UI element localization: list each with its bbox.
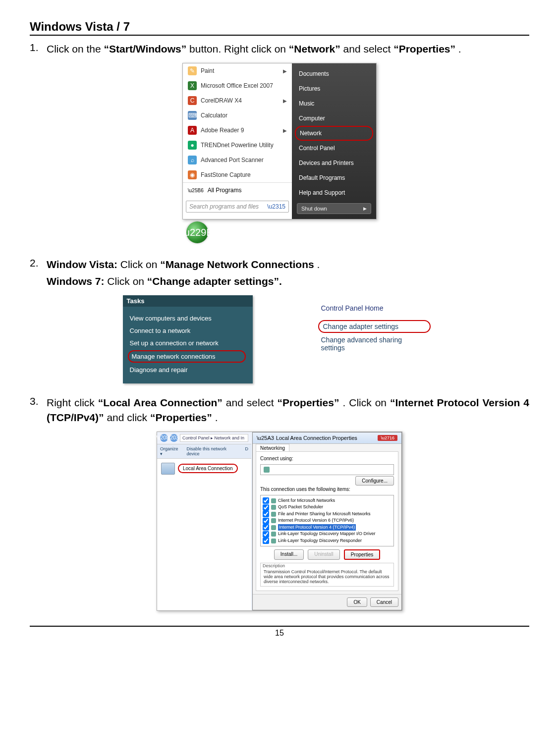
all-programs-label: All Programs: [208, 187, 242, 194]
item-label: Internet Protocol Version 4 (TCP/IPv4): [278, 524, 356, 531]
start-right-item[interactable]: Music: [292, 96, 376, 111]
item-label: QoS Packet Scheduler: [278, 504, 323, 511]
step-3-text-b: and select: [226, 397, 278, 408]
start-menu-item[interactable]: X Microsoft Office Excel 2007: [183, 78, 292, 93]
connection-item-row[interactable]: Internet Protocol Version 4 (TCP/IPv4): [263, 524, 391, 531]
cp-link[interactable]: Change advanced sharing settings: [321, 334, 428, 354]
item-label: Client for Microsoft Networks: [278, 497, 335, 504]
start-right-item[interactable]: Network: [295, 126, 373, 141]
start-menu-item[interactable]: ⌨ Calculator: [183, 108, 292, 123]
win7-cp-panel: Control Panel Home Change adapter settin…: [312, 295, 437, 383]
nav-fwd-icon[interactable]: \u203A: [170, 434, 178, 442]
item-label: File and Printer Sharing for Microsoft N…: [278, 511, 371, 518]
start-right-item[interactable]: Help and Support: [292, 185, 376, 200]
search-placeholder: Search programs and files: [189, 203, 259, 210]
step-3-text-e: .: [215, 412, 218, 423]
ok-button[interactable]: OK: [347, 597, 367, 607]
connection-item-row[interactable]: Internet Protocol Version 6 (TCP/IPv6): [263, 517, 391, 524]
start-right-item[interactable]: Devices and Printers: [292, 156, 376, 170]
step-2: 2. Window Vista: Click on “Manage Networ…: [30, 257, 529, 288]
item-checkbox[interactable]: [263, 497, 269, 504]
shutdown-button[interactable]: Shut down▶: [297, 203, 371, 214]
properties-button[interactable]: Properties: [344, 549, 381, 560]
start-right-item[interactable]: Default Programs: [292, 170, 376, 185]
adapter-field: [260, 464, 394, 475]
windows-logo-icon: \u229E: [181, 227, 213, 238]
app-label: Paint: [201, 67, 214, 74]
step-2-win7-label: Windows 7:: [47, 275, 104, 287]
component-icon: [271, 505, 276, 510]
tasks-item[interactable]: View computers and devices: [130, 312, 244, 324]
connection-item-row[interactable]: Link-Layer Topology Discovery Responder: [263, 538, 391, 544]
step-2-number: 2.: [30, 257, 47, 288]
item-checkbox[interactable]: [263, 531, 269, 538]
organize-menu[interactable]: Organize ▾: [160, 446, 182, 456]
tasks-item[interactable]: Diagnose and repair: [130, 364, 244, 376]
start-menu-item[interactable]: ⌕ Advanced Port Scanner: [183, 153, 292, 167]
windows-orb-icon[interactable]: \u229E: [186, 221, 208, 243]
start-menu-item[interactable]: ✎ Paint ▶: [183, 63, 292, 78]
all-programs[interactable]: \u25B6 All Programs: [183, 182, 292, 198]
start-menu-item[interactable]: ● TRENDnet Powerline Utility: [183, 138, 292, 153]
item-checkbox[interactable]: [263, 524, 269, 531]
cp-link[interactable]: Change adapter settings: [318, 320, 431, 333]
item-checkbox[interactable]: [263, 511, 269, 517]
item-label: Internet Protocol Version 6 (TCP/IPv6): [278, 517, 354, 524]
start-right-item[interactable]: Control Panel: [292, 141, 376, 156]
close-icon[interactable]: \u2716: [378, 435, 397, 441]
tasks-item[interactable]: Manage network connections: [128, 350, 246, 363]
app-icon: ●: [188, 141, 197, 150]
app-label: FastStone Capture: [201, 171, 251, 178]
start-menu-item[interactable]: A Adobe Reader 9 ▶: [183, 123, 292, 138]
dialog-footer: OK Cancel: [253, 594, 401, 610]
start-menu: ✎ Paint ▶X Microsoft Office Excel 2007 C…: [182, 63, 377, 219]
item-checkbox[interactable]: [263, 504, 269, 511]
configure-button[interactable]: Configure...: [355, 476, 394, 486]
step-1-text-b: button. Right click on: [189, 43, 289, 54]
search-input[interactable]: Search programs and files \u2315: [186, 201, 289, 213]
local-area-connection-item[interactable]: Local Area Connection: [157, 459, 251, 479]
adapter-mini-icon: \u25A3: [257, 435, 274, 441]
item-checkbox[interactable]: [263, 518, 269, 524]
item-label: Link-Layer Topology Discovery Mapper I/O…: [278, 531, 375, 538]
step-3-bold-lac: “Local Area Connection”: [98, 397, 223, 408]
connection-item-row[interactable]: File and Printer Sharing for Microsoft N…: [263, 511, 391, 518]
adapter-icon: [161, 463, 175, 475]
start-menu-item[interactable]: C CorelDRAW X4 ▶: [183, 93, 292, 108]
app-icon: A: [188, 126, 197, 135]
tasks-item[interactable]: Set up a connection or network: [130, 337, 244, 349]
breadcrumb-text[interactable]: Control Panel ▸ Network and In: [180, 434, 248, 442]
item-label: Link-Layer Topology Discovery Responder: [278, 538, 362, 544]
disable-device-link[interactable]: Disable this network device: [187, 446, 240, 456]
app-label: Adobe Reader 9: [201, 127, 244, 134]
connection-item-row[interactable]: QoS Packet Scheduler: [263, 504, 391, 511]
networking-tab[interactable]: Networking: [256, 444, 289, 452]
app-icon: ✎: [188, 66, 197, 75]
start-menu-item[interactable]: ◉ FastStone Capture: [183, 167, 292, 182]
network-explorer: \u2039 \u203A Control Panel ▸ Network an…: [157, 432, 251, 611]
tasks-item[interactable]: Connect to a network: [130, 324, 244, 337]
uninstall-button[interactable]: Uninstall: [308, 549, 339, 560]
app-label: Advanced Port Scanner: [201, 157, 264, 163]
step-3-number: 3.: [30, 395, 47, 425]
start-right-item[interactable]: Pictures: [292, 81, 376, 96]
cancel-button[interactable]: Cancel: [370, 597, 398, 607]
start-right-item[interactable]: Documents: [292, 66, 376, 81]
start-right-item[interactable]: Computer: [292, 111, 376, 126]
shutdown-menu-icon[interactable]: ▶: [363, 206, 367, 211]
start-menu-right: DocumentsPicturesMusicComputerNetworkCon…: [292, 63, 376, 219]
cp-home-header: Control Panel Home: [321, 302, 428, 314]
connection-item-row[interactable]: Link-Layer Topology Discovery Mapper I/O…: [263, 531, 391, 538]
item-checkbox[interactable]: [263, 538, 269, 544]
app-icon: ⌕: [188, 156, 197, 164]
component-icon: [271, 512, 276, 517]
connection-item-row[interactable]: Client for Microsoft Networks: [263, 497, 391, 504]
app-icon: C: [188, 96, 197, 105]
app-label: Calculator: [201, 112, 227, 119]
install-button[interactable]: Install...: [274, 549, 304, 560]
step-2-text-b: .: [317, 259, 320, 270]
app-label: TRENDnet Powerline Utility: [201, 142, 274, 149]
vista-tasks-panel: Tasks View computers and devicesConnect …: [123, 295, 253, 383]
search-icon: \u2315: [267, 203, 285, 210]
connection-items-list[interactable]: Client for Microsoft Networks QoS Packet…: [260, 495, 394, 547]
